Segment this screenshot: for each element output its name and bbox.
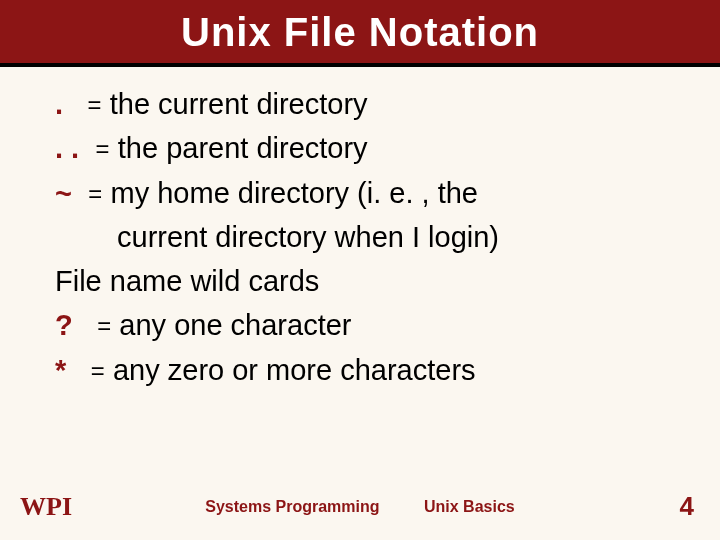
symbol-star: * xyxy=(55,354,66,386)
item-tilde: ~ = my home directory (i. e. , the xyxy=(55,174,680,212)
item-tilde-cont: current directory when I login) xyxy=(55,218,680,256)
eq-tilde: = xyxy=(88,182,102,209)
symbol-dotdot: . . xyxy=(55,132,79,164)
symbol-qmark: ? xyxy=(55,309,73,341)
text-dot: the current directory xyxy=(110,88,368,120)
slide: Unix File Notation . = the current direc… xyxy=(0,0,720,540)
slide-title: Unix File Notation xyxy=(0,10,720,55)
wildcards-header: File name wild cards xyxy=(55,262,680,300)
footer-course: Systems Programming xyxy=(205,498,379,515)
eq-dotdot: = xyxy=(95,137,109,164)
item-star: * = any zero or more characters xyxy=(55,351,680,389)
symbol-tilde: ~ xyxy=(55,177,72,209)
eq-star: = xyxy=(90,359,104,386)
eq-dot: = xyxy=(87,93,101,120)
footer-topic: Unix Basics xyxy=(424,498,515,515)
text-tilde-line2: current directory when I login) xyxy=(117,221,499,253)
page-number: 4 xyxy=(680,491,694,522)
item-dot: . = the current directory xyxy=(55,85,680,123)
symbol-dot: . xyxy=(55,88,63,120)
content: . = the current directory . . = the pare… xyxy=(0,67,720,389)
title-band: Unix File Notation xyxy=(0,0,720,67)
item-dotdot: . . = the parent directory xyxy=(55,129,680,167)
eq-qmark: = xyxy=(97,314,111,341)
footer-center: Systems Programming Unix Basics xyxy=(0,498,720,516)
text-qmark: any one character xyxy=(119,309,351,341)
text-dotdot: the parent directory xyxy=(118,132,368,164)
text-star: any zero or more characters xyxy=(113,354,476,386)
item-qmark: ? = any one character xyxy=(55,306,680,344)
footer: WPI Systems Programming Unix Basics 4 xyxy=(0,492,720,522)
text-tilde-line1: my home directory (i. e. , the xyxy=(111,177,478,209)
